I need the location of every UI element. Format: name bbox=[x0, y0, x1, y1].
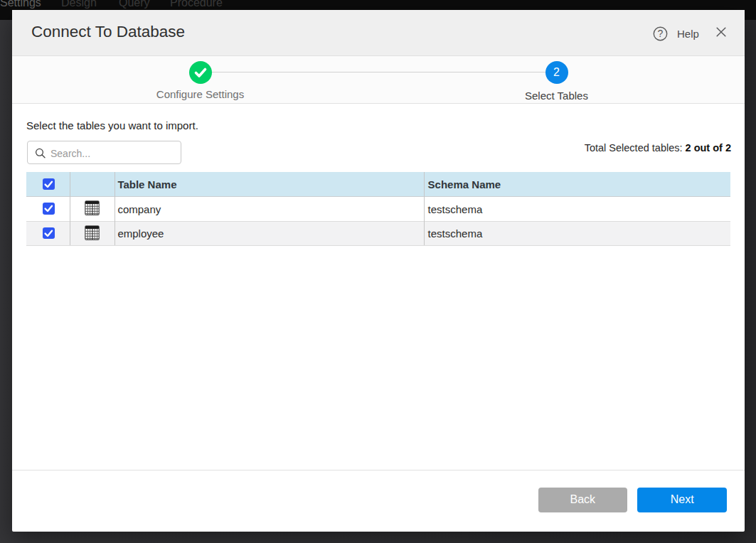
svg-text:?: ? bbox=[658, 28, 664, 39]
